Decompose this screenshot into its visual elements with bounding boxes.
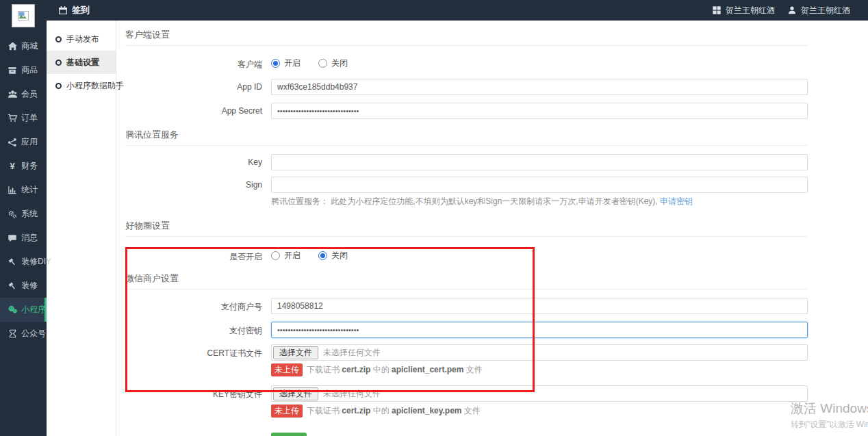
calendar-icon xyxy=(58,5,68,15)
client-label: 客户端 xyxy=(125,55,262,70)
section-title-wechat-merchant: 微信商户设置 xyxy=(125,272,868,285)
key-choose-file-button[interactable]: 选择文件 xyxy=(273,387,318,400)
sidebar-item-members[interactable]: 会员 xyxy=(0,82,47,106)
sidebar-item-diy[interactable]: 装修DIY xyxy=(0,250,47,274)
sign-label: Sign xyxy=(125,177,262,190)
sidebar-item-mall[interactable]: 商城 xyxy=(0,34,47,58)
home-icon xyxy=(7,41,18,51)
circle-off-radio[interactable] xyxy=(318,251,327,260)
bar-chart-icon xyxy=(7,185,18,195)
key-no-file-text: 未选择任何文件 xyxy=(323,388,381,400)
sidebar-item-messages[interactable]: 消息 xyxy=(0,226,47,250)
app-id-input[interactable] xyxy=(271,79,808,95)
topbar-user-menu[interactable]: 贺兰王朝红酒 xyxy=(787,5,868,16)
cert-choose-file-button[interactable]: 选择文件 xyxy=(273,346,318,359)
divider xyxy=(125,145,808,146)
wechat-bubbles-icon xyxy=(7,305,18,315)
cart-icon xyxy=(7,113,18,123)
key-input[interactable] xyxy=(271,154,808,170)
submit-button[interactable]: 提交 xyxy=(271,433,307,436)
apply-key-link[interactable]: 申请密钥 xyxy=(660,196,693,206)
sidebar-item-finance[interactable]: ¥ 财务 xyxy=(0,154,47,178)
hourglass-icon xyxy=(7,329,18,338)
circle-icon xyxy=(55,83,62,89)
shop-logo[interactable] xyxy=(12,4,35,27)
circle-icon xyxy=(55,60,62,66)
submenu-item-data-assistant[interactable]: 小程序数据助手 xyxy=(47,74,116,97)
sidebar-item-apps[interactable]: 应用 xyxy=(0,130,47,154)
sidebar-item-official-account[interactable]: 公众号 xyxy=(0,322,47,346)
grid-icon xyxy=(712,5,722,15)
pay-key-label: 支付密钥 xyxy=(125,322,262,337)
yen-icon: ¥ xyxy=(7,162,18,171)
main-sidebar: 商城 商品 会员 订单 应用 ¥ 财务 统计 系统 消息 装修DIY 装修 xyxy=(0,0,47,436)
user-name: 贺兰王朝红酒 xyxy=(801,5,850,16)
sign-input[interactable] xyxy=(271,177,808,193)
sidebar-item-system[interactable]: 系统 xyxy=(0,202,47,226)
key-file-label: KEY密钥文件 xyxy=(125,385,262,400)
client-off-radio[interactable] xyxy=(318,59,327,68)
topbar: 签到 贺兰王朝红酒 贺兰王朝红酒 xyxy=(47,0,868,21)
gavel-icon xyxy=(7,257,18,267)
merchant-id-label: 支付商户号 xyxy=(125,298,262,313)
key-not-uploaded-badge: 未上传 xyxy=(271,405,303,418)
product-box-icon xyxy=(7,66,18,75)
location-service-hint: 腾讯位置服务： 此处为小程序定位功能,不填则为默认key和Sign一天限制请求一… xyxy=(271,196,868,207)
gavel-icon xyxy=(7,281,18,291)
divider xyxy=(125,45,808,46)
sidebar-item-stats[interactable]: 统计 xyxy=(0,178,47,202)
app-id-label: App ID xyxy=(125,79,262,92)
cert-upload-note: 未上传 下载证书 cert.zip 中的 apiclient_cert.pem … xyxy=(271,363,868,376)
merchant-id-input[interactable] xyxy=(271,298,808,314)
key-label: Key xyxy=(125,154,262,167)
key-upload-note: 未上传 下载证书 cert.zip 中的 apiclient_key.pem 文… xyxy=(271,405,868,418)
client-on-radio[interactable] xyxy=(271,59,280,68)
circle-enable-label: 是否开启 xyxy=(125,248,262,263)
sidebar-item-orders[interactable]: 订单 xyxy=(0,106,47,130)
cert-file-label: CERT证书文件 xyxy=(125,344,262,359)
shop-name: 贺兰王朝红酒 xyxy=(726,5,775,16)
section-title-goods-circle: 好物圈设置 xyxy=(125,220,868,232)
app-secret-input[interactable] xyxy=(271,103,808,119)
cert-no-file-text: 未选择任何文件 xyxy=(323,347,381,359)
circle-on-radio[interactable] xyxy=(271,251,280,260)
broken-image-icon xyxy=(18,11,29,21)
divider xyxy=(125,289,808,290)
page-title: 签到 xyxy=(58,4,90,16)
sidebar-item-goods[interactable]: 商品 xyxy=(0,58,47,82)
circle-icon xyxy=(55,36,62,42)
sidebar-item-miniprogram[interactable]: 小程序 xyxy=(0,298,47,322)
topbar-shop-menu[interactable]: 贺兰王朝红酒 xyxy=(712,5,775,16)
comment-icon xyxy=(7,233,18,243)
section-title-client: 客户端设置 xyxy=(125,29,868,41)
key-file-input[interactable]: 选择文件 未选择任何文件 xyxy=(271,385,808,402)
user-icon xyxy=(787,5,797,15)
share-nodes-icon xyxy=(7,138,18,147)
submenu-item-manual-publish[interactable]: 手动发布 xyxy=(47,27,116,51)
settings-form: 客户端设置 客户端 开启 关闭 App ID App Secret 腾讯位置服务… xyxy=(116,21,868,436)
section-title-tencent-location: 腾讯位置服务 xyxy=(125,129,868,141)
sidebar-item-decorate[interactable]: 装修 xyxy=(0,274,47,298)
sub-sidebar: 手动发布 基础设置 小程序数据助手 xyxy=(47,21,116,436)
cert-file-input[interactable]: 选择文件 未选择任何文件 xyxy=(271,344,808,361)
submenu-item-basic-settings[interactable]: 基础设置 xyxy=(47,51,116,74)
app-secret-label: App Secret xyxy=(125,103,262,116)
divider xyxy=(125,236,808,237)
gears-icon xyxy=(7,209,18,219)
users-icon xyxy=(7,89,18,99)
cert-not-uploaded-badge: 未上传 xyxy=(271,363,303,376)
pay-key-input[interactable] xyxy=(271,322,808,338)
